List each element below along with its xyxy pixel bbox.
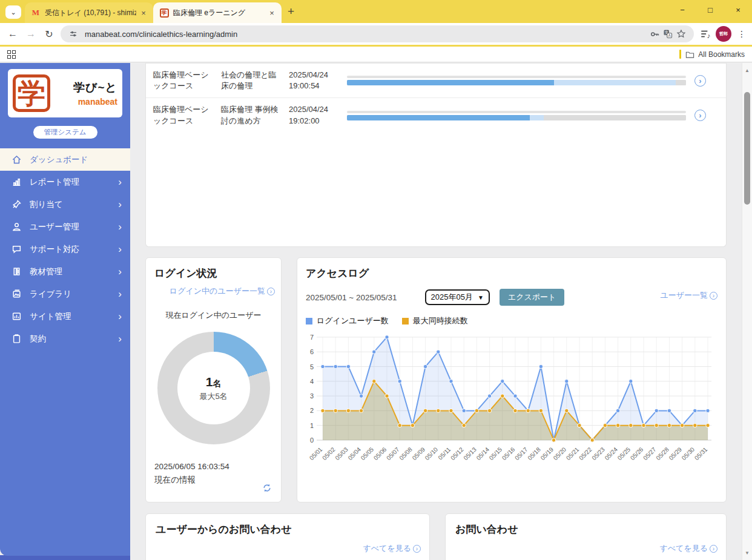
scrollbar-thumb[interactable] <box>744 92 750 205</box>
chart-legend: ログインユーザー数 最大同時接続数 <box>306 315 717 326</box>
access-log-title: アクセスログ <box>306 266 717 280</box>
refresh-icon[interactable] <box>262 483 272 496</box>
svg-text:05/19: 05/19 <box>539 446 555 461</box>
app-logo[interactable]: 学 学び~と manabeat <box>8 69 122 117</box>
export-button[interactable]: エクスポート <box>500 289 565 306</box>
tab-title: 臨床倫理 eラーニング <box>173 8 265 18</box>
svg-text:1: 1 <box>310 422 314 429</box>
browser-menu-icon[interactable]: ⋮ <box>735 29 748 39</box>
window-close-button[interactable]: × <box>724 0 752 19</box>
svg-text:05/16: 05/16 <box>501 446 516 461</box>
month-select[interactable]: 2025年05月▼ <box>425 289 490 305</box>
svg-text:05/31: 05/31 <box>693 446 709 461</box>
new-tab-button[interactable]: + <box>288 5 294 18</box>
logged-in-users-link[interactable]: ログイン中のユーザー一覧› <box>170 286 275 297</box>
tab-search-button[interactable]: ⌄ <box>5 5 21 19</box>
site-info-icon[interactable] <box>67 27 80 41</box>
svg-text:2: 2 <box>310 407 314 414</box>
chevron-right-icon: › <box>118 289 122 299</box>
chevron-right-icon: › <box>118 311 122 321</box>
svg-text:0: 0 <box>310 436 314 444</box>
svg-text:05/24: 05/24 <box>604 446 619 461</box>
inquiries-card: お問い合わせ すべてを見る› 質問者 タイトル <box>445 513 727 560</box>
scroll-up-icon[interactable]: ▲ <box>742 65 752 75</box>
clipboard-icon <box>12 334 22 344</box>
circle-chevron-icon: › <box>710 292 717 300</box>
see-all-link[interactable]: すべてを見る› <box>363 543 421 554</box>
tab-close-icon[interactable]: × <box>139 8 148 18</box>
svg-text:6: 6 <box>310 348 314 355</box>
apps-grid-icon[interactable] <box>7 50 16 59</box>
login-status-subtitle: 現在ログイン中のユーザー <box>146 310 281 321</box>
sidebar-item-support[interactable]: サポート対応 › <box>0 238 130 260</box>
login-donut-chart: 1名 最大5名 <box>157 332 270 444</box>
table-row: 臨床倫理ベーシックコース 社会の倫理と臨床の倫理 2025/04/24 19:0… <box>146 63 726 97</box>
profile-avatar[interactable]: 哲郎 <box>716 26 731 42</box>
material-name: 臨床倫理 事例検討の進め方 <box>221 104 289 126</box>
table-row: 臨床倫理ベーシックコース 臨床倫理 事例検討の進め方 2025/04/24 19… <box>146 97 726 132</box>
chevron-right-icon: › <box>118 177 122 187</box>
browser-tab-manabeat[interactable]: 学 臨床倫理 eラーニング × <box>153 2 282 23</box>
page-scrollbar[interactable]: ▲ ▼ <box>742 63 752 560</box>
sidebar-menu: ダッシュボード レポート管理 › 割り当て › ユーザー管理 › サポート対応 … <box>0 148 130 350</box>
circle-chevron-icon: › <box>413 545 421 553</box>
chat-bubble-icon <box>12 244 22 254</box>
progress-track <box>347 111 686 113</box>
sidebar-item-materials[interactable]: 教材管理 › <box>0 260 130 283</box>
users-list-link[interactable]: ユーザー一覧› <box>660 290 717 301</box>
address-bar[interactable]: manabeat.com/clinicalethics-learning/adm… <box>61 25 694 42</box>
sidebar-item-assignment[interactable]: 割り当て › <box>0 193 130 216</box>
svg-text:7: 7 <box>310 334 314 341</box>
scroll-down-icon[interactable]: ▼ <box>742 548 752 558</box>
sidebar-item-site[interactable]: サイト管理 › <box>0 305 130 328</box>
sidebar-item-users[interactable]: ユーザー管理 › <box>0 216 130 238</box>
svg-text:05/25: 05/25 <box>616 446 632 461</box>
window-minimize-button[interactable]: − <box>668 0 696 19</box>
chevron-right-icon: › <box>118 244 122 254</box>
inquiries-title: お問い合わせ <box>455 522 726 536</box>
admin-system-badge[interactable]: 管理システム <box>33 126 97 139</box>
legend-swatch-blue <box>306 318 312 324</box>
sidebar-item-contract[interactable]: 契約 › <box>0 328 130 350</box>
row-datetime: 2025/04/24 19:00:54 <box>289 70 347 91</box>
svg-text:05/11: 05/11 <box>437 446 452 461</box>
menu-label: ライブラリ <box>30 289 71 300</box>
bookmarks-bar: All Bookmarks <box>0 47 752 62</box>
course-name: 臨床倫理ベーシックコース <box>153 104 221 126</box>
progress-bar <box>347 80 686 85</box>
sidebar-item-reports[interactable]: レポート管理 › <box>0 171 130 193</box>
svg-text:05/14: 05/14 <box>475 446 491 461</box>
row-datetime: 2025/04/24 19:02:00 <box>289 104 347 126</box>
translate-icon[interactable]: 文A <box>661 27 674 41</box>
password-key-icon[interactable] <box>648 27 661 41</box>
row-detail-button[interactable]: › <box>694 110 706 121</box>
see-all-link[interactable]: すべてを見る› <box>659 543 717 554</box>
forward-button[interactable]: → <box>22 25 40 43</box>
menu-label: サイト管理 <box>30 311 71 322</box>
media-controls-icon[interactable]: ♪ <box>699 27 712 41</box>
row-detail-button[interactable]: › <box>694 75 706 87</box>
svg-text:4: 4 <box>310 378 314 385</box>
tab-close-icon[interactable]: × <box>267 8 277 18</box>
chevron-right-icon: › <box>118 222 122 232</box>
window-maximize-button[interactable]: □ <box>696 0 724 19</box>
bookmark-star-icon[interactable] <box>674 27 688 41</box>
url-text[interactable]: manabeat.com/clinicalethics-learning/adm… <box>85 30 648 39</box>
library-image-icon <box>12 289 22 299</box>
sidebar-item-dashboard[interactable]: ダッシュボード <box>0 148 130 171</box>
progress-cell <box>347 111 694 120</box>
chevron-right-icon: › <box>118 266 122 277</box>
svg-text:05/03: 05/03 <box>334 446 349 461</box>
all-bookmarks-button[interactable]: All Bookmarks <box>685 50 745 59</box>
menu-label: ダッシュボード <box>30 154 88 165</box>
browser-tab-strip: ⌄ M 受信トレイ (10,791) - shimizu@iw × 学 臨床倫理… <box>0 0 752 23</box>
browser-toolbar: ← → ↻ manabeat.com/clinicalethics-learni… <box>0 23 752 45</box>
manabeat-favicon: 学 <box>159 8 169 18</box>
user-inquiries-card: ユーザーからのお問い合わせ すべてを見る› 質問者 タイトル ▲ <box>145 513 430 560</box>
sidebar-item-library[interactable]: ライブラリ › <box>0 283 130 305</box>
browser-tab-gmail[interactable]: M 受信トレイ (10,791) - shimizu@iw × <box>25 2 153 23</box>
material-name: 社会の倫理と臨床の倫理 <box>221 70 289 91</box>
back-button[interactable]: ← <box>4 25 22 43</box>
svg-text:05/06: 05/06 <box>372 446 388 461</box>
reload-button[interactable]: ↻ <box>40 25 58 43</box>
